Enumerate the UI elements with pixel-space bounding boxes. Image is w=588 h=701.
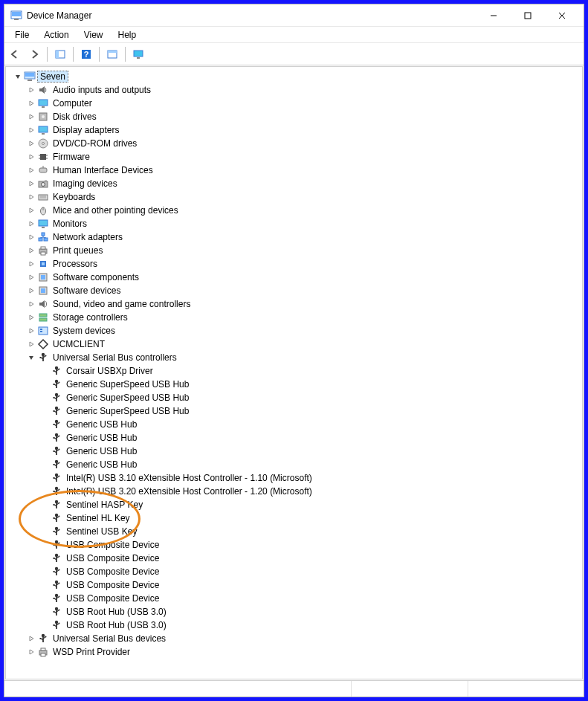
menu-action[interactable]: Action bbox=[36, 28, 76, 42]
expand-toggle-icon[interactable] bbox=[27, 167, 36, 174]
expand-toggle-icon[interactable] bbox=[27, 354, 36, 361]
tree-item[interactable]: System devices bbox=[25, 324, 579, 337]
tree-item-label: Universal Serial Bus devices bbox=[51, 633, 168, 644]
expand-toggle-icon[interactable] bbox=[27, 274, 36, 281]
tree-item[interactable]: DVD/CD-ROM drives bbox=[25, 137, 579, 150]
tree-item[interactable]: USB Root Hub (USB 3.0) bbox=[39, 605, 579, 618]
tree-item[interactable]: Software components bbox=[25, 271, 579, 284]
svg-rect-50 bbox=[41, 247, 45, 249]
expand-toggle-icon[interactable] bbox=[27, 340, 36, 348]
expand-toggle-icon[interactable] bbox=[27, 287, 36, 294]
expand-toggle-icon[interactable] bbox=[27, 220, 36, 227]
tree-item[interactable]: Mice and other pointing devices bbox=[25, 204, 579, 217]
cpu-icon bbox=[37, 258, 49, 270]
tree-item[interactable]: Corsair USBXp Driver bbox=[39, 364, 579, 378]
tree-item[interactable]: Generic SuperSpeed USB Hub bbox=[39, 404, 579, 418]
tree-item[interactable]: Sentinel HASP Key bbox=[39, 498, 579, 511]
svg-point-34 bbox=[42, 183, 45, 187]
expand-toggle-icon[interactable] bbox=[27, 153, 36, 161]
tree-item[interactable]: Sentinel HL Key bbox=[39, 511, 579, 525]
tree-item[interactable]: USB Composite Device bbox=[39, 592, 579, 605]
svg-rect-57 bbox=[41, 288, 45, 293]
expand-toggle-icon[interactable] bbox=[27, 233, 36, 241]
tree-item[interactable]: Universal Serial Bus controllers bbox=[25, 351, 579, 364]
expand-toggle-icon[interactable] bbox=[27, 126, 36, 134]
svg-point-95 bbox=[55, 460, 58, 463]
tree-item[interactable]: Keyboards bbox=[25, 190, 579, 204]
tree-item[interactable]: Software devices bbox=[25, 284, 579, 297]
forward-button[interactable] bbox=[25, 45, 43, 63]
tree-item[interactable]: Generic USB Hub bbox=[39, 431, 579, 445]
tree-item[interactable]: Intel(R) USB 3.20 eXtensible Host Contro… bbox=[39, 485, 579, 498]
svg-point-97 bbox=[59, 462, 60, 464]
close-button[interactable] bbox=[545, 5, 579, 26]
expand-toggle-icon[interactable] bbox=[27, 300, 36, 308]
expand-toggle-icon[interactable] bbox=[27, 193, 36, 201]
tree-item[interactable]: Imaging devices bbox=[25, 177, 579, 190]
svg-point-89 bbox=[59, 436, 60, 437]
tree-item[interactable]: USB Composite Device bbox=[39, 552, 579, 565]
tree-item[interactable]: WSD Print Provider bbox=[25, 645, 579, 659]
tree-item[interactable]: USB Composite Device bbox=[39, 565, 579, 578]
expand-toggle-icon[interactable] bbox=[27, 247, 36, 254]
tree-item[interactable]: Intel(R) USB 3.10 eXtensible Host Contro… bbox=[39, 471, 579, 485]
menu-view[interactable]: View bbox=[77, 28, 111, 42]
tree-item[interactable]: Universal Serial Bus devices bbox=[25, 632, 579, 645]
svg-point-107 bbox=[55, 500, 58, 503]
tree-item-label: DVD/CD-ROM drives bbox=[51, 138, 139, 149]
tree-item[interactable]: Sentinel USB Key bbox=[39, 525, 579, 538]
tree-item[interactable]: Computer bbox=[25, 97, 579, 110]
expand-toggle-icon[interactable] bbox=[27, 327, 36, 335]
tree-item[interactable]: Print queues bbox=[25, 244, 579, 257]
tree-item-label: Disk drives bbox=[51, 112, 99, 122]
tree-item[interactable]: Firmware bbox=[25, 150, 579, 164]
tree-item[interactable]: Generic USB Hub bbox=[39, 418, 579, 431]
help-button[interactable]: ? bbox=[77, 45, 95, 63]
tree-item[interactable]: Generic USB Hub bbox=[39, 445, 579, 458]
scan-hardware-button[interactable] bbox=[103, 45, 121, 63]
tree-item[interactable]: Disk drives bbox=[25, 110, 579, 123]
device-tree-area[interactable]: SevenAudio inputs and outputsComputerDis… bbox=[5, 66, 583, 679]
back-button[interactable] bbox=[6, 45, 24, 63]
tree-item[interactable]: UCMCLIENT bbox=[25, 337, 579, 351]
expand-toggle-icon[interactable] bbox=[13, 73, 22, 80]
tree-item[interactable]: Monitors bbox=[25, 217, 579, 230]
tree-item[interactable]: Seven bbox=[12, 70, 579, 83]
svg-point-121 bbox=[59, 543, 60, 544]
tree-item[interactable]: Display adapters bbox=[25, 123, 579, 137]
tree-item[interactable]: Network adapters bbox=[25, 230, 579, 244]
expand-toggle-icon[interactable] bbox=[27, 140, 36, 147]
tree-item[interactable]: USB Composite Device bbox=[39, 538, 579, 552]
menu-help[interactable]: Help bbox=[111, 28, 144, 42]
svg-rect-70 bbox=[54, 370, 55, 372]
expand-toggle-icon[interactable] bbox=[27, 86, 36, 94]
expand-toggle-icon[interactable] bbox=[27, 180, 36, 187]
maximize-button[interactable] bbox=[511, 5, 545, 26]
expand-toggle-icon[interactable] bbox=[27, 207, 36, 214]
expand-toggle-icon[interactable] bbox=[27, 260, 36, 268]
expand-toggle-icon[interactable] bbox=[27, 113, 36, 120]
svg-point-81 bbox=[59, 409, 60, 410]
tree-item[interactable]: Human Interface Devices bbox=[25, 164, 579, 177]
expand-toggle-icon[interactable] bbox=[27, 314, 36, 321]
tree-item[interactable]: USB Root Hub (USB 3.0) bbox=[39, 618, 579, 632]
minimize-button[interactable] bbox=[476, 5, 511, 26]
show-hide-pane-button[interactable] bbox=[51, 45, 69, 63]
tree-item[interactable]: Processors bbox=[25, 257, 579, 271]
printer-icon bbox=[37, 245, 49, 256]
tree-item[interactable]: Storage controllers bbox=[25, 311, 579, 324]
tree-item[interactable]: USB Composite Device bbox=[39, 578, 579, 592]
tree-item[interactable]: Sound, video and game controllers bbox=[25, 297, 579, 311]
expand-toggle-icon[interactable] bbox=[27, 635, 36, 642]
menu-file[interactable]: File bbox=[7, 28, 36, 42]
expand-toggle-icon[interactable] bbox=[27, 100, 36, 107]
monitor-button[interactable] bbox=[129, 45, 147, 63]
tree-item[interactable]: Audio inputs and outputs bbox=[25, 83, 579, 97]
tree-item[interactable]: Generic SuperSpeed USB Hub bbox=[39, 391, 579, 404]
tree-item[interactable]: Generic SuperSpeed USB Hub bbox=[39, 378, 579, 391]
tree-item-label: Seven bbox=[37, 71, 68, 83]
svg-point-87 bbox=[55, 433, 58, 436]
usb-icon bbox=[51, 472, 62, 484]
expand-toggle-icon[interactable] bbox=[27, 648, 36, 656]
tree-item[interactable]: Generic USB Hub bbox=[39, 458, 579, 471]
